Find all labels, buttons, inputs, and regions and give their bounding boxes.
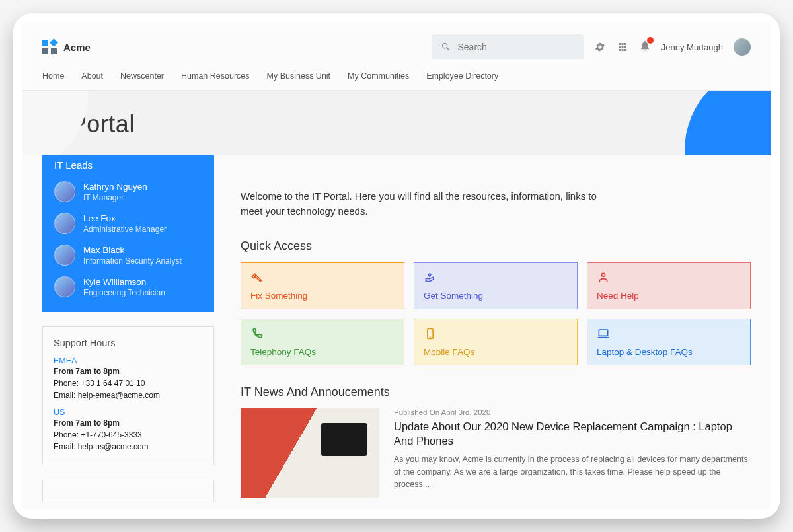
lead-role: IT Manager: [83, 193, 147, 202]
lead-name: Max Black: [83, 245, 182, 255]
news-meta: Published On April 3rd, 2020: [394, 408, 751, 416]
lead-role: Engineering Technician: [83, 288, 165, 297]
nav-directory[interactable]: Employee Directory: [426, 71, 498, 81]
avatar: [54, 181, 75, 202]
region-us-label: US: [54, 408, 203, 417]
us-phone: Phone: +1-770-645-3333: [54, 429, 203, 441]
primary-nav: Home About Newscenter Human Resources My…: [42, 59, 751, 90]
it-leads-heading: IT Leads: [54, 159, 202, 171]
search-box[interactable]: [432, 34, 584, 59]
qa-telephony-faqs[interactable]: Telephony FAQs: [241, 319, 404, 365]
lead-name: Lee Fox: [83, 213, 167, 223]
region-emea-label: EMEA: [54, 356, 203, 365]
device-frame: Acme Jenny Murtaugh: [13, 13, 780, 519]
news-item[interactable]: Published On April 3rd, 2020 Update Abou…: [241, 408, 751, 498]
news-heading: IT News And Annoucements: [241, 385, 751, 399]
qa-label: Telephony FAQs: [250, 347, 395, 357]
qa-label: Laptop & Desktop FAQs: [597, 347, 741, 357]
nav-newscenter[interactable]: Newscenter: [120, 71, 164, 81]
nav-about[interactable]: About: [81, 71, 103, 81]
support-heading: Support Hours: [54, 338, 203, 348]
user-name[interactable]: Jenny Murtaugh: [661, 42, 723, 52]
content: IT Leads Kathryn Nguyen IT Manager Lee F…: [22, 155, 771, 510]
header: Acme Jenny Murtaugh: [22, 22, 771, 91]
phone-icon: [250, 327, 264, 340]
svg-rect-3: [599, 330, 607, 336]
header-right: Jenny Murtaugh: [432, 34, 751, 59]
nav-business-unit[interactable]: My Business Unit: [267, 71, 331, 81]
lead-role: Information Security Analyst: [83, 256, 182, 266]
header-top: Acme Jenny Murtaugh: [42, 34, 751, 59]
emea-email: Email: help-emea@acme.com: [54, 389, 203, 401]
it-leads-card: IT Leads Kathryn Nguyen IT Manager Lee F…: [42, 147, 214, 312]
sidebar-card-placeholder: [42, 480, 214, 502]
news-image: [241, 408, 379, 498]
page-title: IT Portal: [42, 110, 751, 138]
notification-dot: [647, 37, 654, 44]
avatar[interactable]: [734, 38, 751, 56]
hammer-icon: [250, 271, 264, 284]
qa-label: Need Help: [597, 291, 741, 301]
qa-label: Mobile FAQs: [424, 347, 568, 357]
lead-name: Kathryn Nguyen: [83, 182, 147, 192]
welcome-text: Welcome to the IT Portal. Here you will …: [241, 188, 611, 219]
support-hours-card: Support Hours EMEA From 7am to 8pm Phone…: [42, 326, 214, 465]
apps-icon[interactable]: [617, 41, 628, 53]
qa-get-something[interactable]: Get Something: [414, 262, 578, 309]
brand-name: Acme: [63, 42, 91, 53]
mobile-icon: [424, 327, 437, 340]
decorative-arc-left: [22, 91, 89, 155]
search-input[interactable]: [457, 42, 574, 52]
qa-mobile-faqs[interactable]: Mobile FAQs: [414, 319, 578, 365]
qa-fix-something[interactable]: Fix Something: [241, 262, 404, 309]
news-body: Published On April 3rd, 2020 Update Abou…: [394, 408, 751, 498]
person-icon: [597, 271, 610, 284]
screen: Acme Jenny Murtaugh: [22, 22, 771, 510]
search-icon: [441, 41, 451, 53]
lead-item[interactable]: Max Black Information Security Analyst: [54, 245, 202, 266]
avatar: [54, 276, 75, 297]
sidebar: IT Leads Kathryn Nguyen IT Manager Lee F…: [42, 147, 214, 502]
nav-home[interactable]: Home: [42, 71, 64, 81]
notifications-button[interactable]: [639, 40, 651, 54]
main: Welcome to the IT Portal. Here you will …: [241, 155, 751, 502]
nav-communities[interactable]: My Communities: [348, 71, 409, 81]
news-excerpt: As you may know, Acme is currently in th…: [394, 453, 751, 490]
qa-label: Fix Something: [250, 291, 395, 301]
qa-laptop-desktop-faqs[interactable]: Laptop & Desktop FAQs: [587, 319, 751, 365]
nav-hr[interactable]: Human Resources: [181, 71, 250, 81]
gear-icon[interactable]: [594, 41, 606, 53]
qa-label: Get Something: [424, 291, 568, 301]
quick-access-grid: Fix Something Get Something Need Help Te…: [241, 262, 751, 365]
svg-point-0: [602, 273, 605, 276]
news-title: Update About Our 2020 New Device Replace…: [394, 419, 751, 449]
hand-heart-icon: [424, 271, 437, 284]
qa-need-help[interactable]: Need Help: [587, 262, 751, 309]
lead-name: Kyle Williamson: [83, 277, 165, 287]
avatar: [54, 245, 75, 266]
us-hours: From 7am to 8pm: [54, 417, 203, 429]
avatar: [54, 213, 75, 234]
lead-role: Administrative Manager: [83, 225, 167, 234]
emea-phone: Phone: +33 1 64 47 01 10: [54, 377, 203, 389]
page-title-strip: IT Portal: [22, 91, 771, 155]
us-email: Email: help-us@acme.com: [54, 441, 203, 453]
brand[interactable]: Acme: [42, 40, 91, 54]
logo-icon: [42, 40, 57, 54]
laptop-icon: [597, 327, 610, 340]
lead-item[interactable]: Kathryn Nguyen IT Manager: [54, 181, 202, 202]
quick-access-heading: Quick Access: [241, 239, 751, 253]
emea-hours: From 7am to 8pm: [54, 365, 203, 377]
lead-item[interactable]: Lee Fox Administrative Manager: [54, 213, 202, 234]
decorative-arc-right: [685, 91, 771, 155]
lead-item[interactable]: Kyle Williamson Engineering Technician: [54, 276, 202, 297]
